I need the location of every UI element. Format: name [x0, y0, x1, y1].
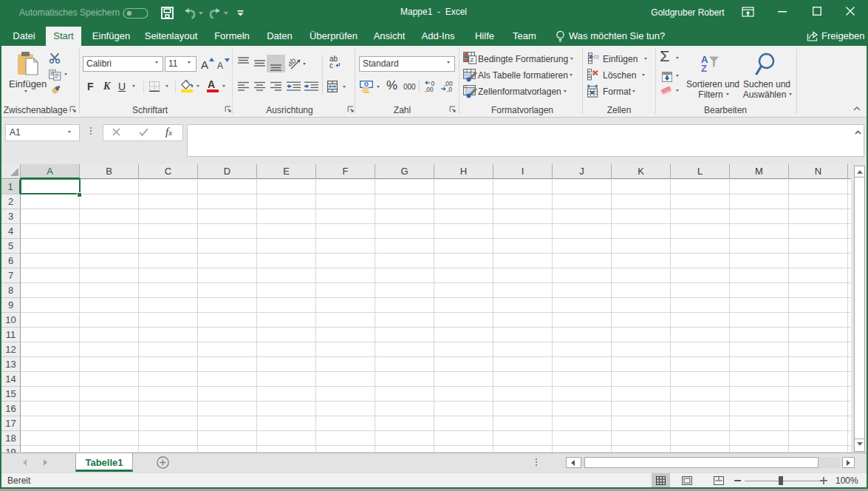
svg-text:≠: ≠ [471, 56, 474, 64]
svg-text:,00: ,00 [425, 86, 434, 92]
svg-text:Z: Z [701, 63, 707, 72]
svg-text:,0: ,0 [447, 86, 452, 92]
